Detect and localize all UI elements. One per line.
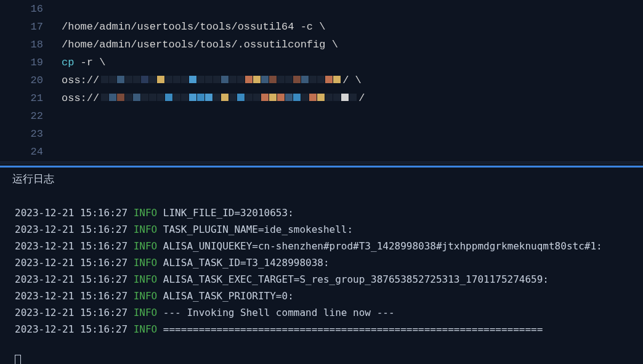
code-editor[interactable]: 16 17 /home/admin/usertools/tools/ossuti… (0, 0, 643, 160)
code-line[interactable]: 20 oss:/// \ (0, 71, 643, 89)
line-number: 18 (0, 39, 62, 51)
line-number: 16 (0, 3, 62, 15)
code-line[interactable]: 19 cp -r \ (0, 54, 643, 71)
code-line[interactable]: 16 (0, 0, 643, 18)
code-content: /home/admin/usertools/tools/ossutil64 -c… (62, 21, 325, 33)
log-line: 2023-12-21 15:16:27 INFO ALISA_UNIQUEKEY… (15, 238, 628, 254)
line-number: 24 (0, 146, 62, 158)
log-output[interactable]: 2023-12-21 15:16:27 INFO LINK_FILE_ID=32… (0, 195, 643, 347)
log-line: 2023-12-21 15:16:27 INFO LINK_FILE_ID=32… (15, 204, 628, 221)
panel-divider[interactable] (0, 160, 643, 165)
log-line: 2023-12-21 15:16:27 INFO ALISA_TASK_PRIO… (15, 288, 628, 304)
line-number: 21 (0, 92, 62, 104)
line-number: 23 (0, 128, 62, 140)
code-content: cp -r \ (62, 57, 105, 68)
code-line[interactable]: 17 /home/admin/usertools/tools/ossutil64… (0, 18, 643, 36)
code-line[interactable]: 24 (0, 143, 643, 160)
line-number: 20 (0, 75, 62, 86)
log-line: 2023-12-21 15:16:27 INFO --- Invoking Sh… (15, 304, 628, 321)
panel-tabs: 运行日志 (0, 165, 643, 195)
code-content: /home/admin/usertools/tools/.ossutilconf… (62, 39, 338, 51)
code-line[interactable]: 18 /home/admin/usertools/tools/.ossutilc… (0, 36, 643, 54)
line-number: 17 (0, 21, 62, 33)
code-line[interactable]: 21 oss:/// (0, 89, 643, 107)
log-line: 2023-12-21 15:16:27 INFO ALISA_TASK_EXEC… (15, 271, 628, 288)
code-content-redacted: oss:/// (62, 92, 365, 104)
log-line: 2023-12-21 15:16:27 INFO ===============… (15, 321, 628, 338)
line-number: 19 (0, 57, 62, 68)
code-line[interactable]: 22 (0, 107, 643, 125)
code-line[interactable]: 23 (0, 125, 643, 143)
log-line: 2023-12-21 15:16:27 INFO ALISA_TASK_ID=T… (15, 254, 628, 271)
tab-run-log[interactable]: 运行日志 (0, 166, 643, 190)
log-line: 2023-12-21 15:16:27 INFO TASK_PLUGIN_NAM… (15, 221, 628, 238)
code-content-redacted: oss:/// \ (62, 75, 362, 86)
terminal-cursor (15, 355, 21, 364)
line-number: 22 (0, 110, 62, 122)
